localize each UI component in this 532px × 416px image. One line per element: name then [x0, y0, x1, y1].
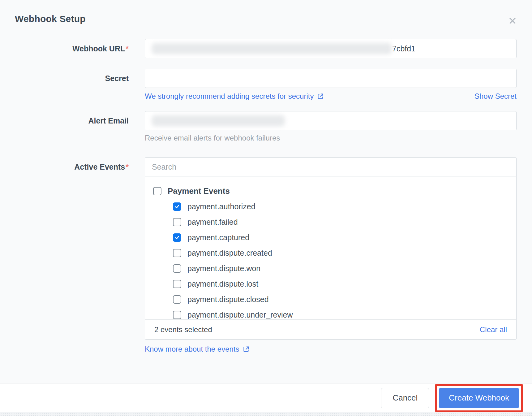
event-checkbox[interactable] [173, 264, 181, 273]
event-row: payment.dispute.created [153, 245, 508, 261]
close-icon [508, 22, 517, 26]
webhook-url-row: Webhook URL* 7cbfd1 [0, 39, 532, 58]
required-asterisk: * [126, 44, 129, 53]
modal-header: Webhook Setup [0, 0, 532, 27]
event-row: payment.dispute.lost [153, 276, 508, 292]
secret-input-field[interactable] [152, 74, 509, 83]
secret-label: Secret [0, 69, 145, 88]
secret-recommend-link[interactable]: We strongly recommend adding secrets for… [145, 92, 324, 101]
know-more-link[interactable]: Know more about the events [145, 345, 250, 353]
cancel-button[interactable]: Cancel [381, 388, 429, 408]
page-title: Webhook Setup [15, 14, 86, 24]
required-asterisk: * [126, 162, 129, 171]
event-row: payment.dispute.won [153, 261, 508, 276]
create-webhook-button[interactable]: Create Webhook [439, 388, 519, 408]
event-row: payment.dispute.closed [153, 292, 508, 307]
events-panel: Payment Events payment.authorized [145, 176, 517, 340]
event-row: payment.captured [153, 230, 508, 245]
events-search-input[interactable] [145, 157, 517, 176]
events-footer: 2 events selected Clear all [145, 319, 516, 339]
event-group-row: Payment Events [153, 183, 508, 199]
webhook-url-label: Webhook URL* [0, 39, 145, 58]
clear-all-link[interactable]: Clear all [480, 325, 507, 334]
page-background-edge [0, 412, 532, 416]
external-link-icon [242, 345, 250, 353]
event-checkbox[interactable] [173, 295, 181, 304]
webhook-form: Webhook URL* 7cbfd1 Secret [0, 39, 532, 353]
modal-footer: Cancel Create Webhook [0, 383, 532, 412]
event-row: payment.authorized [153, 199, 508, 214]
group-checkbox[interactable] [153, 187, 161, 195]
event-checkbox[interactable] [173, 233, 181, 242]
event-checkbox[interactable] [173, 280, 181, 288]
redacted-email-value [152, 115, 285, 126]
webhook-url-input[interactable]: 7cbfd1 [145, 39, 517, 58]
event-group-label: Payment Events [168, 186, 230, 196]
event-row-clipped: payment.dispute.under_review [153, 307, 508, 319]
alert-email-label: Alert Email [0, 111, 145, 130]
annotation-highlight: Create Webhook [435, 384, 523, 412]
webhook-setup-modal: Webhook Setup Webhook URL* 7cbfd1 [0, 0, 532, 416]
events-search-field[interactable] [152, 162, 509, 171]
url-visible-suffix: 7cbfd1 [392, 44, 415, 53]
event-checkbox[interactable] [173, 249, 181, 257]
alert-email-helper: Receive email alerts for webhook failure… [145, 134, 517, 142]
event-checkbox[interactable] [173, 218, 181, 226]
alert-email-input[interactable] [145, 111, 517, 130]
events-list: Payment Events payment.authorized [145, 176, 516, 319]
external-link-icon [317, 93, 324, 100]
secret-input[interactable] [145, 69, 517, 88]
event-checkbox[interactable] [173, 202, 181, 211]
event-checkbox[interactable] [173, 311, 181, 319]
secret-row: Secret We strongly recommend adding secr… [0, 69, 532, 101]
events-selected-count: 2 events selected [154, 325, 212, 334]
event-row: payment.failed [153, 214, 508, 230]
redacted-url-value [152, 43, 392, 54]
alert-email-row: Alert Email Receive email alerts for web… [0, 111, 532, 142]
modal-content: Webhook Setup Webhook URL* 7cbfd1 [0, 0, 532, 383]
close-button[interactable] [507, 15, 518, 27]
active-events-row: Active Events* Payment Events [0, 157, 532, 353]
show-secret-link[interactable]: Show Secret [474, 92, 517, 101]
active-events-label: Active Events* [0, 157, 145, 176]
